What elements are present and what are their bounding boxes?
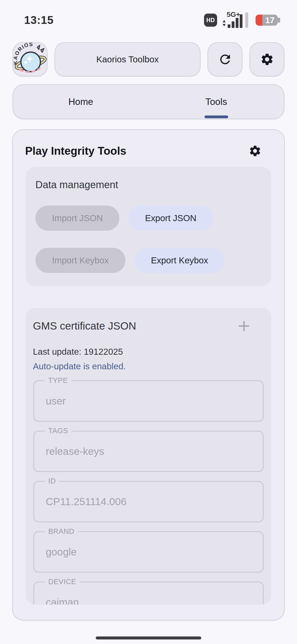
status-bar: 13:15 HD 5G+ 17: [0, 0, 297, 28]
id-field[interactable]: ID CP11.251114.006: [33, 481, 264, 522]
gms-certificate-section: GMS certificate JSON Last update: 191220…: [26, 308, 271, 605]
app-header: KAORIOS Kaorios Toolbox: [13, 42, 284, 76]
export-json-button[interactable]: Export JSON: [128, 206, 213, 231]
type-field-label: TYPE: [45, 376, 71, 385]
app-title-label: Kaorios Toolbox: [96, 54, 159, 64]
data-management-section: Data management Import JSON Export JSON …: [26, 167, 271, 286]
gesture-navigation-bar[interactable]: [96, 636, 201, 639]
battery-icon: 17: [255, 13, 281, 27]
status-icons: HD 5G+ 17: [204, 10, 281, 30]
settings-button[interactable]: [250, 42, 284, 76]
planet-logo-icon: KAORIOS: [13, 43, 47, 76]
app-logo[interactable]: KAORIOS: [13, 42, 47, 76]
card-header: Play Integrity Tools: [13, 130, 284, 157]
tags-field[interactable]: TAGS release-keys: [33, 431, 264, 472]
active-tab-indicator: [205, 115, 228, 118]
tab-home[interactable]: Home: [13, 85, 148, 119]
brand-field[interactable]: BRAND google: [33, 531, 264, 573]
signal-strength-icon: 5G+: [221, 10, 252, 30]
plus-icon: [238, 320, 250, 332]
network-type-label: 5G+: [227, 11, 240, 18]
clock: 13:15: [24, 14, 54, 26]
play-integrity-card: Play Integrity Tools Data management Imp…: [12, 129, 285, 620]
import-keybox-button[interactable]: Import Keybox: [35, 248, 125, 273]
battery-percent-label: 17: [265, 16, 275, 25]
refresh-button[interactable]: [208, 42, 242, 76]
add-certificate-button[interactable]: [238, 320, 250, 332]
auto-update-status[interactable]: Auto-update is enabled.: [33, 361, 264, 371]
card-title: Play Integrity Tools: [25, 145, 126, 157]
gear-icon: [260, 52, 274, 66]
play-integrity-settings-icon[interactable]: [249, 144, 262, 157]
export-keybox-button[interactable]: Export Keybox: [134, 248, 225, 273]
data-management-title: Data management: [35, 179, 262, 190]
import-json-button[interactable]: Import JSON: [35, 206, 119, 231]
id-field-label: ID: [45, 477, 59, 485]
brand-field-label: BRAND: [45, 527, 78, 536]
tags-field-label: TAGS: [45, 427, 72, 435]
brand-field-value[interactable]: google: [34, 532, 263, 572]
tab-bar: Home Tools: [13, 84, 284, 119]
keybox-button-row: Import Keybox Export Keybox: [35, 248, 262, 273]
device-field[interactable]: DEVICE caiman: [33, 582, 264, 605]
gms-title: GMS certificate JSON: [33, 320, 136, 332]
hd-label: HD: [206, 17, 215, 24]
tags-field-value[interactable]: release-keys: [34, 431, 263, 471]
app-title-button[interactable]: Kaorios Toolbox: [55, 42, 201, 76]
gms-header: GMS certificate JSON: [26, 320, 271, 332]
last-update-text: Last update: 19122025: [33, 347, 264, 357]
json-button-row: Import JSON Export JSON: [35, 206, 262, 231]
battery-level-fill: [256, 15, 262, 26]
tab-tools[interactable]: Tools: [148, 85, 284, 119]
certificate-fields: TYPE user TAGS release-keys ID CP11.2511…: [33, 380, 264, 605]
type-field[interactable]: TYPE user: [33, 380, 264, 422]
refresh-icon: [218, 52, 232, 67]
device-field-label: DEVICE: [45, 578, 80, 586]
hd-icon: HD: [204, 14, 217, 27]
id-field-value[interactable]: CP11.251114.006: [34, 482, 263, 521]
type-field-value[interactable]: user: [34, 381, 263, 421]
